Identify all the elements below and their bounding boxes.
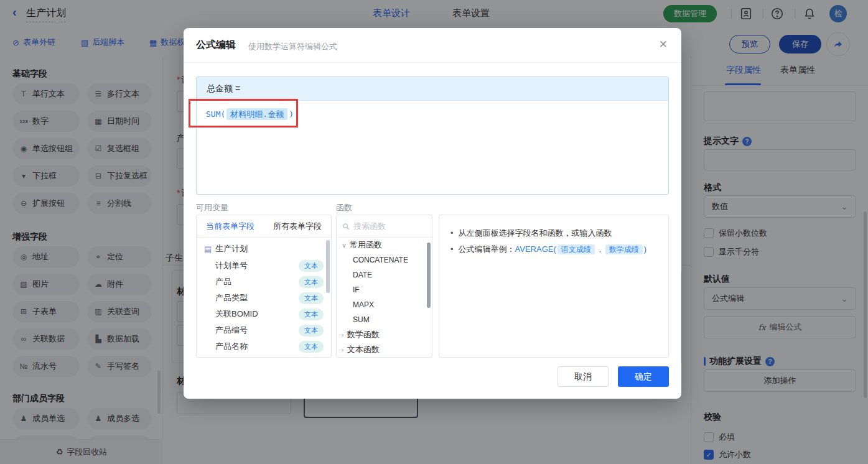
function-item[interactable]: MAPX	[337, 297, 432, 312]
functions-label: 函数	[336, 202, 352, 213]
tip-text: 从左侧面板选择字段名和函数，或输入函数	[459, 225, 612, 241]
bullet-icon: •	[450, 225, 454, 241]
function-group-label: 文本函数	[347, 344, 380, 355]
confirm-button[interactable]: 确定	[618, 366, 669, 387]
tip-example-fn: AVERAGE(	[515, 244, 556, 254]
search-icon: ⚲	[340, 220, 352, 232]
formula-editor-modal: 公式编辑 使用数学运算符编辑公式 ✕ 总金额 = SUM(材料明细.金额) 可用…	[184, 28, 681, 399]
variable-name: 产品	[215, 276, 231, 287]
function-item[interactable]: IF	[337, 282, 432, 297]
variable-row[interactable]: 产品类型文本	[197, 290, 331, 306]
cancel-button[interactable]: 取消	[558, 366, 609, 387]
function-group-text[interactable]: › 文本函数	[337, 342, 432, 357]
variable-row[interactable]: 关联BOMID文本	[197, 306, 331, 322]
variable-name: 关联BOMID	[215, 309, 258, 320]
variable-name: 产品编号	[215, 325, 248, 336]
tip-example: 公式编辑举例：AVERAGE(语文成绩，数学成绩)	[459, 241, 647, 258]
variables-tree-root[interactable]: ▤ 生产计划	[197, 240, 331, 258]
tab-current-form-fields[interactable]: 当前表单字段	[197, 215, 264, 237]
modal-header: 公式编辑 使用数学运算符编辑公式 ✕	[184, 28, 681, 63]
function-search-input[interactable]	[353, 221, 416, 231]
annotation-highlight-box	[189, 99, 298, 128]
variable-row[interactable]: 产品编号文本	[197, 322, 331, 338]
type-badge: 文本	[299, 260, 324, 272]
function-item[interactable]: SUM	[337, 312, 432, 327]
tip-line-1: • 从左侧面板选择字段名和函数，或输入函数	[450, 225, 657, 241]
tip-field-chip: 数学成绩	[605, 244, 643, 254]
variable-row[interactable]: 产品文本	[197, 274, 331, 290]
type-badge: 文本	[299, 276, 324, 288]
tips-panel: • 从左侧面板选择字段名和函数，或输入函数 • 公式编辑举例：AVERAGE(语…	[439, 215, 669, 358]
tip-separator: ，	[596, 244, 604, 254]
functions-scrollbar[interactable]	[427, 243, 431, 308]
expand-caret-icon: ›	[342, 346, 344, 353]
tab-all-form-fields[interactable]: 所有表单字段	[264, 215, 331, 237]
function-group-label: 数学函数	[347, 329, 380, 340]
variables-panel: 当前表单字段 所有表单字段 ▤ 生产计划 计划单号文本 产品文本 产品类型文本 …	[196, 215, 332, 358]
bullet-icon: •	[450, 241, 454, 258]
function-item[interactable]: DATE	[337, 267, 432, 282]
variables-tabs: 当前表单字段 所有表单字段	[197, 215, 331, 238]
function-search[interactable]: ⚲	[337, 215, 432, 238]
function-group-math[interactable]: › 数学函数	[337, 327, 432, 342]
variables-label: 可用变量	[196, 202, 228, 213]
close-icon[interactable]: ✕	[659, 38, 668, 51]
type-badge: 文本	[299, 341, 324, 353]
expand-caret-icon: ›	[342, 331, 344, 338]
type-badge: 文本	[299, 292, 324, 304]
variable-name: 产品名称	[215, 341, 248, 352]
tip-example-close: )	[644, 244, 646, 254]
variable-name: 计划单号	[215, 260, 248, 271]
type-badge: 文本	[299, 309, 324, 320]
tip-field-chip: 语文成绩	[558, 244, 595, 254]
function-group-common[interactable]: ∨ 常用函数	[337, 238, 432, 253]
function-group-label: 常用函数	[350, 239, 382, 251]
app-root: ‹ 生产计划 表单设计 表单设置 数据管理 检 ⊘ 表单外链	[0, 0, 868, 464]
function-item[interactable]: CONCATENATE	[337, 253, 432, 267]
tip-example-prefix: 公式编辑举例：	[459, 244, 515, 254]
variable-row[interactable]: 产品名称文本	[197, 338, 331, 355]
variable-name: 产品类型	[215, 292, 248, 304]
formula-editor-box[interactable]: 总金额 = SUM(材料明细.金额)	[196, 77, 669, 195]
modal-subtitle: 使用数学运算符编辑公式	[248, 41, 337, 52]
tip-line-2: • 公式编辑举例：AVERAGE(语文成绩，数学成绩)	[450, 241, 657, 258]
variables-scrollbar[interactable]	[326, 240, 330, 293]
document-icon: ▤	[204, 244, 212, 254]
modal-title: 公式编辑	[196, 39, 236, 52]
variable-row[interactable]: 计划单号文本	[197, 258, 331, 274]
collapse-caret-icon: ∨	[342, 241, 347, 249]
formula-target: 总金额 =	[197, 77, 668, 101]
type-badge: 文本	[299, 325, 324, 336]
tree-root-label: 生产计划	[215, 243, 248, 254]
functions-panel: ⚲ ∨ 常用函数 CONCATENATE DATE IF MAPX SUM › …	[336, 215, 432, 358]
